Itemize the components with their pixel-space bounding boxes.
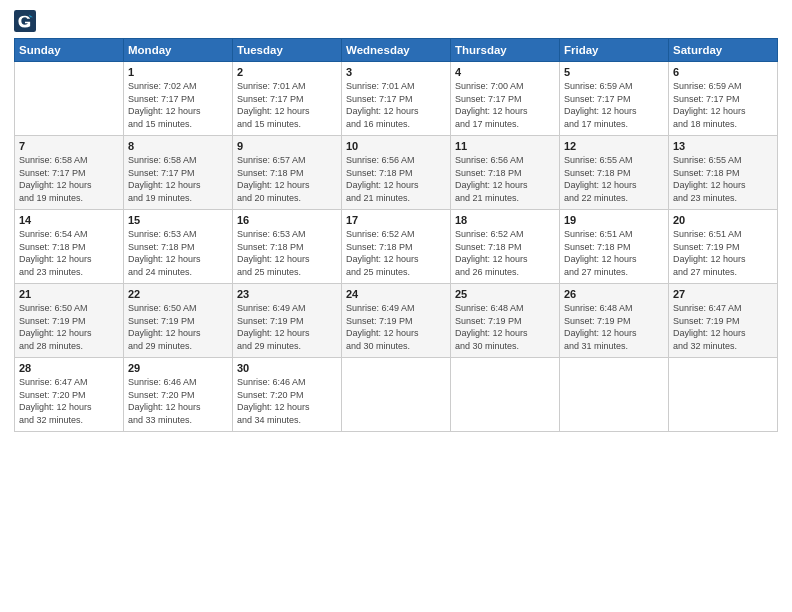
day-info: Sunrise: 6:59 AM Sunset: 7:17 PM Dayligh… bbox=[564, 80, 664, 130]
day-header-sunday: Sunday bbox=[15, 39, 124, 62]
day-info: Sunrise: 6:55 AM Sunset: 7:18 PM Dayligh… bbox=[673, 154, 773, 204]
day-number: 29 bbox=[128, 362, 228, 374]
calendar-cell: 10Sunrise: 6:56 AM Sunset: 7:18 PM Dayli… bbox=[342, 136, 451, 210]
day-info: Sunrise: 6:50 AM Sunset: 7:19 PM Dayligh… bbox=[19, 302, 119, 352]
day-info: Sunrise: 6:48 AM Sunset: 7:19 PM Dayligh… bbox=[455, 302, 555, 352]
calendar-cell: 13Sunrise: 6:55 AM Sunset: 7:18 PM Dayli… bbox=[669, 136, 778, 210]
day-header-saturday: Saturday bbox=[669, 39, 778, 62]
day-info: Sunrise: 6:50 AM Sunset: 7:19 PM Dayligh… bbox=[128, 302, 228, 352]
day-info: Sunrise: 6:53 AM Sunset: 7:18 PM Dayligh… bbox=[128, 228, 228, 278]
day-number: 7 bbox=[19, 140, 119, 152]
calendar-cell: 6Sunrise: 6:59 AM Sunset: 7:17 PM Daylig… bbox=[669, 62, 778, 136]
calendar-cell: 3Sunrise: 7:01 AM Sunset: 7:17 PM Daylig… bbox=[342, 62, 451, 136]
day-number: 12 bbox=[564, 140, 664, 152]
calendar-cell: 27Sunrise: 6:47 AM Sunset: 7:19 PM Dayli… bbox=[669, 284, 778, 358]
header bbox=[14, 10, 778, 32]
calendar-cell: 16Sunrise: 6:53 AM Sunset: 7:18 PM Dayli… bbox=[233, 210, 342, 284]
day-info: Sunrise: 6:49 AM Sunset: 7:19 PM Dayligh… bbox=[237, 302, 337, 352]
calendar-cell: 5Sunrise: 6:59 AM Sunset: 7:17 PM Daylig… bbox=[560, 62, 669, 136]
calendar-cell: 19Sunrise: 6:51 AM Sunset: 7:18 PM Dayli… bbox=[560, 210, 669, 284]
logo bbox=[14, 10, 39, 32]
calendar-cell: 26Sunrise: 6:48 AM Sunset: 7:19 PM Dayli… bbox=[560, 284, 669, 358]
day-number: 11 bbox=[455, 140, 555, 152]
calendar-cell: 4Sunrise: 7:00 AM Sunset: 7:17 PM Daylig… bbox=[451, 62, 560, 136]
day-info: Sunrise: 7:01 AM Sunset: 7:17 PM Dayligh… bbox=[237, 80, 337, 130]
day-info: Sunrise: 6:57 AM Sunset: 7:18 PM Dayligh… bbox=[237, 154, 337, 204]
day-number: 25 bbox=[455, 288, 555, 300]
day-number: 5 bbox=[564, 66, 664, 78]
calendar-table: SundayMondayTuesdayWednesdayThursdayFrid… bbox=[14, 38, 778, 432]
calendar-week-row: 28Sunrise: 6:47 AM Sunset: 7:20 PM Dayli… bbox=[15, 358, 778, 432]
calendar-cell: 25Sunrise: 6:48 AM Sunset: 7:19 PM Dayli… bbox=[451, 284, 560, 358]
calendar-cell: 12Sunrise: 6:55 AM Sunset: 7:18 PM Dayli… bbox=[560, 136, 669, 210]
day-number: 17 bbox=[346, 214, 446, 226]
calendar-cell: 30Sunrise: 6:46 AM Sunset: 7:20 PM Dayli… bbox=[233, 358, 342, 432]
calendar-cell: 8Sunrise: 6:58 AM Sunset: 7:17 PM Daylig… bbox=[124, 136, 233, 210]
calendar-cell: 21Sunrise: 6:50 AM Sunset: 7:19 PM Dayli… bbox=[15, 284, 124, 358]
day-info: Sunrise: 6:47 AM Sunset: 7:20 PM Dayligh… bbox=[19, 376, 119, 426]
calendar-cell: 17Sunrise: 6:52 AM Sunset: 7:18 PM Dayli… bbox=[342, 210, 451, 284]
calendar-cell: 18Sunrise: 6:52 AM Sunset: 7:18 PM Dayli… bbox=[451, 210, 560, 284]
day-number: 30 bbox=[237, 362, 337, 374]
calendar-cell: 11Sunrise: 6:56 AM Sunset: 7:18 PM Dayli… bbox=[451, 136, 560, 210]
day-info: Sunrise: 6:51 AM Sunset: 7:19 PM Dayligh… bbox=[673, 228, 773, 278]
day-info: Sunrise: 6:46 AM Sunset: 7:20 PM Dayligh… bbox=[237, 376, 337, 426]
calendar-week-row: 14Sunrise: 6:54 AM Sunset: 7:18 PM Dayli… bbox=[15, 210, 778, 284]
day-info: Sunrise: 7:00 AM Sunset: 7:17 PM Dayligh… bbox=[455, 80, 555, 130]
day-info: Sunrise: 6:48 AM Sunset: 7:19 PM Dayligh… bbox=[564, 302, 664, 352]
day-number: 8 bbox=[128, 140, 228, 152]
calendar-cell bbox=[560, 358, 669, 432]
calendar-cell: 7Sunrise: 6:58 AM Sunset: 7:17 PM Daylig… bbox=[15, 136, 124, 210]
day-info: Sunrise: 6:53 AM Sunset: 7:18 PM Dayligh… bbox=[237, 228, 337, 278]
day-header-wednesday: Wednesday bbox=[342, 39, 451, 62]
day-number: 15 bbox=[128, 214, 228, 226]
day-info: Sunrise: 6:46 AM Sunset: 7:20 PM Dayligh… bbox=[128, 376, 228, 426]
calendar-cell bbox=[451, 358, 560, 432]
day-header-friday: Friday bbox=[560, 39, 669, 62]
page: SundayMondayTuesdayWednesdayThursdayFrid… bbox=[0, 0, 792, 612]
calendar-cell: 20Sunrise: 6:51 AM Sunset: 7:19 PM Dayli… bbox=[669, 210, 778, 284]
day-info: Sunrise: 6:51 AM Sunset: 7:18 PM Dayligh… bbox=[564, 228, 664, 278]
day-number: 9 bbox=[237, 140, 337, 152]
day-number: 4 bbox=[455, 66, 555, 78]
day-number: 13 bbox=[673, 140, 773, 152]
day-info: Sunrise: 6:54 AM Sunset: 7:18 PM Dayligh… bbox=[19, 228, 119, 278]
day-info: Sunrise: 6:59 AM Sunset: 7:17 PM Dayligh… bbox=[673, 80, 773, 130]
day-info: Sunrise: 6:58 AM Sunset: 7:17 PM Dayligh… bbox=[19, 154, 119, 204]
calendar-cell: 1Sunrise: 7:02 AM Sunset: 7:17 PM Daylig… bbox=[124, 62, 233, 136]
day-number: 23 bbox=[237, 288, 337, 300]
calendar-cell: 9Sunrise: 6:57 AM Sunset: 7:18 PM Daylig… bbox=[233, 136, 342, 210]
calendar-header-row: SundayMondayTuesdayWednesdayThursdayFrid… bbox=[15, 39, 778, 62]
calendar-cell: 23Sunrise: 6:49 AM Sunset: 7:19 PM Dayli… bbox=[233, 284, 342, 358]
calendar-cell: 24Sunrise: 6:49 AM Sunset: 7:19 PM Dayli… bbox=[342, 284, 451, 358]
day-number: 27 bbox=[673, 288, 773, 300]
day-number: 14 bbox=[19, 214, 119, 226]
day-info: Sunrise: 6:58 AM Sunset: 7:17 PM Dayligh… bbox=[128, 154, 228, 204]
day-info: Sunrise: 7:01 AM Sunset: 7:17 PM Dayligh… bbox=[346, 80, 446, 130]
calendar-cell: 29Sunrise: 6:46 AM Sunset: 7:20 PM Dayli… bbox=[124, 358, 233, 432]
logo-icon bbox=[14, 10, 36, 32]
day-number: 3 bbox=[346, 66, 446, 78]
day-number: 21 bbox=[19, 288, 119, 300]
calendar-cell: 15Sunrise: 6:53 AM Sunset: 7:18 PM Dayli… bbox=[124, 210, 233, 284]
day-info: Sunrise: 6:52 AM Sunset: 7:18 PM Dayligh… bbox=[346, 228, 446, 278]
calendar-week-row: 1Sunrise: 7:02 AM Sunset: 7:17 PM Daylig… bbox=[15, 62, 778, 136]
day-info: Sunrise: 6:52 AM Sunset: 7:18 PM Dayligh… bbox=[455, 228, 555, 278]
day-info: Sunrise: 6:49 AM Sunset: 7:19 PM Dayligh… bbox=[346, 302, 446, 352]
day-number: 6 bbox=[673, 66, 773, 78]
calendar-cell: 14Sunrise: 6:54 AM Sunset: 7:18 PM Dayli… bbox=[15, 210, 124, 284]
day-info: Sunrise: 6:56 AM Sunset: 7:18 PM Dayligh… bbox=[455, 154, 555, 204]
day-number: 2 bbox=[237, 66, 337, 78]
day-number: 1 bbox=[128, 66, 228, 78]
day-info: Sunrise: 7:02 AM Sunset: 7:17 PM Dayligh… bbox=[128, 80, 228, 130]
calendar-cell: 2Sunrise: 7:01 AM Sunset: 7:17 PM Daylig… bbox=[233, 62, 342, 136]
calendar-week-row: 7Sunrise: 6:58 AM Sunset: 7:17 PM Daylig… bbox=[15, 136, 778, 210]
day-info: Sunrise: 6:47 AM Sunset: 7:19 PM Dayligh… bbox=[673, 302, 773, 352]
calendar-week-row: 21Sunrise: 6:50 AM Sunset: 7:19 PM Dayli… bbox=[15, 284, 778, 358]
calendar-cell: 28Sunrise: 6:47 AM Sunset: 7:20 PM Dayli… bbox=[15, 358, 124, 432]
day-number: 16 bbox=[237, 214, 337, 226]
day-number: 20 bbox=[673, 214, 773, 226]
calendar-cell bbox=[15, 62, 124, 136]
day-header-tuesday: Tuesday bbox=[233, 39, 342, 62]
calendar-cell bbox=[669, 358, 778, 432]
